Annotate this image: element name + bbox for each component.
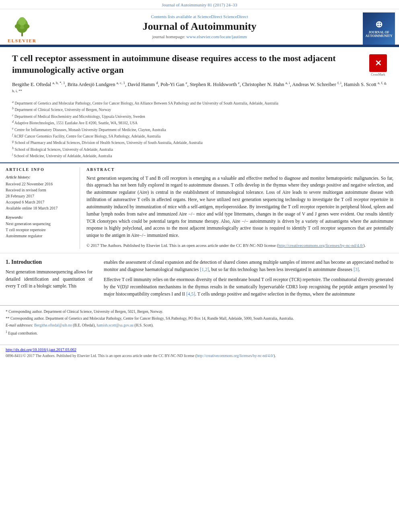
science-direct-text: Contents lists available at ScienceDirec… bbox=[44, 14, 355, 19]
email-oftedal[interactable]: Bergithe.oftedal@uib.no bbox=[34, 323, 72, 327]
article-info-abstract-section: ARTICLE INFO Article history: Received 2… bbox=[0, 163, 399, 253]
accepted-date: Accepted 6 March 2017 bbox=[6, 199, 74, 205]
received-date: Received 22 November 2016 bbox=[6, 181, 74, 187]
elsevier-logo: ELSEVIER bbox=[8, 15, 37, 43]
affiliations: a Department of Genetics and Molecular P… bbox=[12, 100, 387, 159]
ref-4-5[interactable]: [4,5] bbox=[186, 292, 195, 296]
intro-para1-right: enables the assessment of clonal expansi… bbox=[104, 259, 393, 273]
elsevier-logo-section: ELSEVIER bbox=[4, 12, 40, 45]
article-title: T cell receptor assessment in autoimmune… bbox=[12, 53, 365, 76]
journal-logo-text2: AUTOIMMUNITY bbox=[366, 34, 393, 38]
intro-para1-left: Next generation immunosequencing allows … bbox=[6, 269, 93, 290]
journal-logo-text1: JOURNAL OF bbox=[368, 31, 389, 34]
keywords-label: Keywords: bbox=[6, 215, 74, 220]
doi-link[interactable]: http://dx.doi.org/10.1016/j.jaut.2017.03… bbox=[6, 347, 76, 352]
journal-title: Journal of Autoimmunity bbox=[44, 21, 355, 33]
intro-heading: 1. Introduction bbox=[6, 259, 93, 265]
journal-header: ELSEVIER Contents lists available at Sci… bbox=[0, 9, 399, 46]
affil-line-e: e Centre for Inflammatory Diseases, Mona… bbox=[12, 126, 387, 133]
affil-line-a: a Department of Genetics and Molecular P… bbox=[12, 100, 387, 106]
received-revised-date: 28 February 2017 bbox=[6, 193, 74, 199]
article-section: T cell receptor assessment in autoimmune… bbox=[0, 47, 399, 163]
svg-point-3 bbox=[19, 17, 26, 25]
footer-cc-link[interactable]: http://creativecommons.org/licenses/by-n… bbox=[197, 354, 274, 358]
intro-right-column: enables the assessment of clonal expansi… bbox=[98, 259, 393, 301]
footer-doi: http://dx.doi.org/10.1016/j.jaut.2017.03… bbox=[6, 347, 393, 352]
keyword-2: T cell receptor repertoire bbox=[6, 227, 74, 233]
crossmark-section: CrossMark bbox=[369, 54, 387, 76]
keyword-3: Autoimmune regulator bbox=[6, 233, 74, 239]
crossmark-label: CrossMark bbox=[369, 73, 387, 76]
journal-logo-section: ⊕ JOURNAL OF AUTOIMMUNITY bbox=[359, 12, 395, 45]
intro-left-column: 1. Introduction Next generation immunose… bbox=[6, 259, 98, 301]
available-date: Available online 18 March 2017 bbox=[6, 205, 74, 211]
introduction-section: 1. Introduction Next generation immunose… bbox=[0, 253, 399, 301]
keyword-1: Next generation sequencing bbox=[6, 221, 74, 227]
footnote-2: ** Corresponding author. Department of G… bbox=[6, 316, 393, 321]
journal-homepage: journal homepage: www.elsevier.com/locat… bbox=[44, 34, 355, 39]
affil-line-b: b Department of Clinical Science, Univer… bbox=[12, 106, 387, 113]
ref-3[interactable]: [3] bbox=[354, 267, 359, 272]
page-wrapper: Journal of Autoimmunity 81 (2017) 24–33 … bbox=[0, 0, 399, 532]
journal-header-center: Contents lists available at ScienceDirec… bbox=[44, 12, 355, 45]
science-direct-link[interactable]: ScienceDirect bbox=[223, 14, 248, 19]
journal-logo-box: ⊕ JOURNAL OF AUTOIMMUNITY bbox=[363, 12, 395, 45]
footnotes-section: * Corresponding author. Department of Cl… bbox=[0, 305, 399, 341]
elsevier-label: ELSEVIER bbox=[8, 38, 37, 43]
svg-point-5 bbox=[24, 24, 30, 29]
top-bar: Journal of Autoimmunity 81 (2017) 24–33 bbox=[0, 0, 399, 9]
abstract-heading: ABSTRACT bbox=[86, 167, 393, 172]
article-info-column: ARTICLE INFO Article history: Received 2… bbox=[6, 167, 80, 249]
email-scott[interactable]: hamish.scott@sa.gov.au bbox=[97, 323, 134, 327]
affil-line-g: g School of Pharmacy and Medical Science… bbox=[12, 139, 387, 146]
affil-line-f: f ACRF Cancer Genomics Facility, Centre … bbox=[12, 133, 387, 139]
ref-1-2[interactable]: [1,2] bbox=[200, 267, 209, 272]
footnote-equal: 1 Equal contribution. bbox=[6, 330, 393, 336]
authors-line: Bergithe E. Oftedal a, b, *, 1, Brita Ar… bbox=[12, 80, 387, 97]
page-footer: http://dx.doi.org/10.1016/j.jaut.2017.03… bbox=[0, 345, 399, 361]
abstract-text: Next generation sequencing of T and B ce… bbox=[86, 175, 393, 239]
footnote-email: E-mail addresses: Bergithe.oftedal@uib.n… bbox=[6, 322, 393, 328]
affil-line-h: h School of Biological Sciences, Univers… bbox=[12, 146, 387, 152]
article-history-label: Article history: bbox=[6, 175, 74, 179]
intro-para2-right: Effective T cell immunity relies on the … bbox=[104, 276, 393, 298]
affil-line-i: i School of Medicine, University of Adel… bbox=[12, 152, 387, 159]
received-revised-label: Received in revised form bbox=[6, 187, 74, 193]
homepage-url[interactable]: www.elsevier.com/locate/jautimm bbox=[186, 34, 247, 39]
svg-point-4 bbox=[15, 24, 21, 29]
footnote-1: * Corresponding author. Department of Cl… bbox=[6, 309, 393, 314]
elsevier-tree-icon bbox=[10, 15, 34, 37]
abstract-copyright: © 2017 The Authors. Published by Elsevie… bbox=[86, 242, 393, 249]
article-info-heading: ARTICLE INFO bbox=[6, 167, 74, 172]
journal-logo-icon: ⊕ bbox=[375, 19, 383, 30]
footer-issn: 0896-8411/© 2017 The Authors. Published … bbox=[6, 353, 393, 359]
affil-line-c: c Department of Medical Biochemistry and… bbox=[12, 113, 387, 119]
crossmark-icon bbox=[369, 54, 387, 72]
copyright-link[interactable]: http://creativecommons.org/licenses/by-n… bbox=[278, 243, 364, 248]
abstract-column: ABSTRACT Next generation sequencing of T… bbox=[80, 167, 393, 249]
journal-citation: Journal of Autoimmunity 81 (2017) 24–33 bbox=[162, 2, 237, 7]
affil-line-d: d Adaptive Biotechnologies, 1551 Eastlak… bbox=[12, 119, 387, 126]
